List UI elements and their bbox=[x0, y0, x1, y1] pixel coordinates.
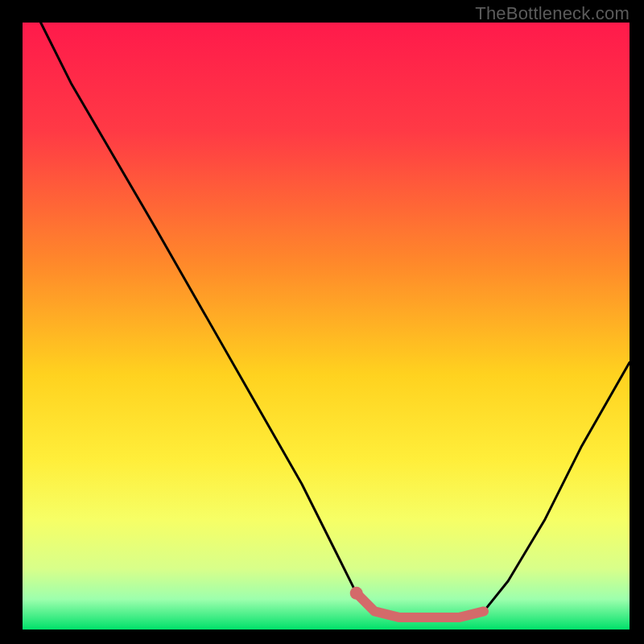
watermark-label: TheBottleneck.com bbox=[475, 3, 630, 24]
plot-background bbox=[23, 23, 630, 630]
optimal-point-marker bbox=[350, 587, 363, 600]
bottleneck-chart bbox=[0, 0, 644, 644]
chart-frame: TheBottleneck.com bbox=[0, 0, 644, 644]
